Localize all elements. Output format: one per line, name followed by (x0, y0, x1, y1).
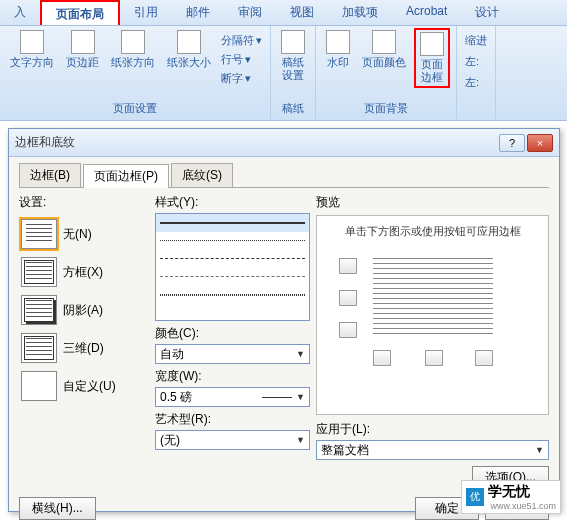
color-label: 颜色(C): (155, 325, 310, 342)
shadow-icon (21, 295, 57, 325)
width-label: 宽度(W): (155, 368, 310, 385)
orientation-icon (121, 30, 145, 54)
btn-breaks[interactable]: 分隔符▾ (219, 32, 264, 49)
group-label: 页面设置 (6, 99, 264, 118)
watermark: 优 学无忧 www.xue51.com (461, 480, 561, 514)
label-indent: 缩进 (463, 32, 489, 49)
dialog-title: 边框和底纹 (15, 134, 497, 151)
style-option[interactable] (156, 268, 309, 286)
page-borders-icon (420, 32, 444, 56)
tab-borders[interactable]: 边框(B) (19, 163, 81, 187)
none-icon (21, 219, 57, 249)
style-list[interactable] (155, 213, 310, 321)
watermark-icon (326, 30, 350, 54)
btn-page-borders[interactable]: 页面 边框 (414, 28, 450, 88)
border-mid-button[interactable] (339, 290, 357, 306)
tab-acrobat[interactable]: Acrobat (392, 0, 461, 25)
btn-page-color[interactable]: 页面颜色 (358, 28, 410, 71)
group-background: 水印 页面颜色 页面 边框 页面背景 (316, 26, 457, 120)
style-option[interactable] (156, 250, 309, 268)
preview-hint: 单击下方图示或使用按钮可应用边框 (325, 224, 540, 238)
ribbon-body: 文字方向 页边距 纸张方向 纸张大小 分隔符▾ 行号▾ 断字▾ 页面设置 稿纸 … (0, 26, 567, 121)
apply-combo[interactable]: 整篇文档▼ (316, 440, 549, 460)
ribbon-tabs: 入 页面布局 引用 邮件 审阅 视图 加载项 Acrobat 设计 (0, 0, 567, 26)
group-label: 稿纸 (277, 99, 309, 118)
titlebar: 边框和底纹 ? × (9, 129, 559, 157)
watermark-logo: 优 (466, 488, 484, 506)
tab-review[interactable]: 审阅 (224, 0, 276, 25)
preview-canvas (325, 246, 540, 376)
borders-dialog: 边框和底纹 ? × 边框(B) 页面边框(P) 底纹(S) 设置: 无(N) 方… (8, 128, 560, 512)
group-label: 页面背景 (322, 99, 450, 118)
help-button[interactable]: ? (499, 134, 525, 152)
btn-margins[interactable]: 页边距 (62, 28, 103, 71)
preview-box: 单击下方图示或使用按钮可应用边框 (316, 215, 549, 415)
chevron-down-icon: ▼ (296, 392, 305, 402)
preview-label: 预览 (316, 194, 549, 211)
btn-paper-settings[interactable]: 稿纸 设置 (277, 28, 309, 84)
btn-hyphenation[interactable]: 断字▾ (219, 70, 264, 87)
page-color-icon (372, 30, 396, 54)
chevron-down-icon: ▼ (296, 349, 305, 359)
setting-3d[interactable]: 三维(D) (19, 329, 149, 367)
watermark-text: 学无忧 (488, 483, 556, 501)
hline-button[interactable]: 横线(H)... (19, 497, 96, 520)
btn-size[interactable]: 纸张大小 (163, 28, 215, 71)
tab-references[interactable]: 引用 (120, 0, 172, 25)
tab-page-borders[interactable]: 页面边框(P) (83, 164, 169, 188)
group-indent: 缩进 左: 左: (457, 26, 496, 120)
indent-left[interactable]: 左: (463, 53, 481, 70)
btn-text-direction[interactable]: 文字方向 (6, 28, 58, 71)
close-button[interactable]: × (527, 134, 553, 152)
chevron-down-icon: ▼ (535, 445, 544, 455)
color-combo[interactable]: 自动▼ (155, 344, 310, 364)
group-paper: 稿纸 设置 稿纸 (271, 26, 316, 120)
preview-document (373, 258, 493, 336)
setting-box[interactable]: 方框(X) (19, 253, 149, 291)
threed-icon (21, 333, 57, 363)
border-left-button[interactable] (373, 350, 391, 366)
size-icon (177, 30, 201, 54)
style-option[interactable] (156, 232, 309, 250)
group-page-setup: 文字方向 页边距 纸张方向 纸张大小 分隔符▾ 行号▾ 断字▾ 页面设置 (0, 26, 271, 120)
style-option[interactable] (156, 286, 309, 304)
btn-watermark[interactable]: 水印 (322, 28, 354, 71)
indent-right[interactable]: 左: (463, 74, 481, 91)
width-combo[interactable]: 0.5 磅▼ (155, 387, 310, 407)
chevron-down-icon: ▼ (296, 435, 305, 445)
tab-design[interactable]: 设计 (461, 0, 513, 25)
style-option[interactable] (156, 214, 309, 232)
border-right-button[interactable] (475, 350, 493, 366)
box-icon (21, 257, 57, 287)
paper-icon (281, 30, 305, 54)
btn-line-numbers[interactable]: 行号▾ (219, 51, 264, 68)
setting-shadow[interactable]: 阴影(A) (19, 291, 149, 329)
style-label: 样式(Y): (155, 194, 310, 211)
btn-orientation[interactable]: 纸张方向 (107, 28, 159, 71)
setting-label: 设置: (19, 194, 149, 211)
tab-page-layout[interactable]: 页面布局 (40, 0, 120, 25)
tab-mailings[interactable]: 邮件 (172, 0, 224, 25)
art-label: 艺术型(R): (155, 411, 310, 428)
setting-none[interactable]: 无(N) (19, 215, 149, 253)
dialog-tabs: 边框(B) 页面边框(P) 底纹(S) (19, 163, 549, 188)
apply-label: 应用于(L): (316, 421, 549, 438)
tab-addins[interactable]: 加载项 (328, 0, 392, 25)
border-top-button[interactable] (339, 258, 357, 274)
border-bottom-button[interactable] (339, 322, 357, 338)
text-direction-icon (20, 30, 44, 54)
border-diag-button[interactable] (425, 350, 443, 366)
margins-icon (71, 30, 95, 54)
tab-insert[interactable]: 入 (0, 0, 40, 25)
setting-custom[interactable]: 自定义(U) (19, 367, 149, 405)
tab-view[interactable]: 视图 (276, 0, 328, 25)
art-combo[interactable]: (无)▼ (155, 430, 310, 450)
tab-shading[interactable]: 底纹(S) (171, 163, 233, 187)
watermark-url: www.xue51.com (490, 501, 556, 511)
custom-icon (21, 371, 57, 401)
